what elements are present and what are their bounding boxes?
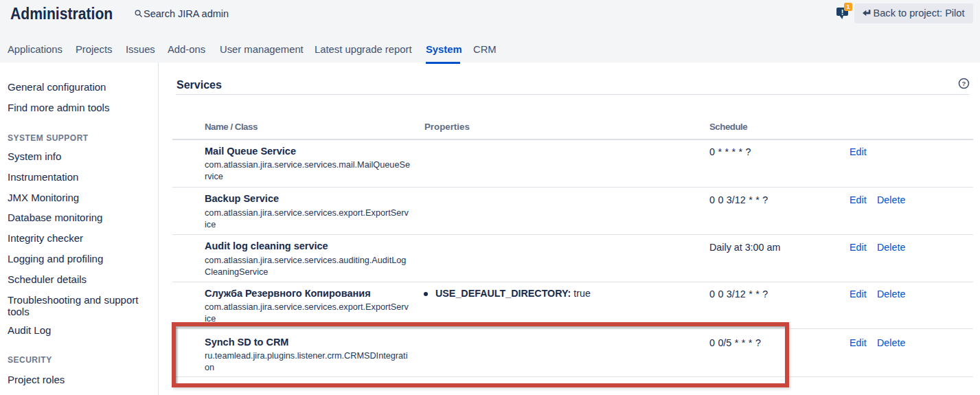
svg-text:?: ? <box>962 80 966 87</box>
svg-text:!: ! <box>841 8 844 16</box>
svg-text:1: 1 <box>846 3 850 10</box>
